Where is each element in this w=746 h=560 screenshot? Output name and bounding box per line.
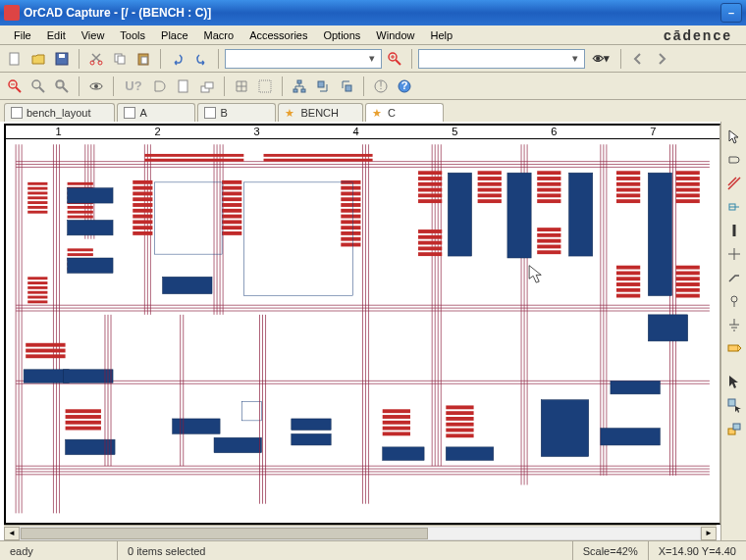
scroll-left-button[interactable]: ◄ [4,527,20,540]
find-combo[interactable]: ▾ [418,49,585,69]
binoculars-button[interactable]: 👁 ▾ [587,48,614,70]
redo-button[interactable] [190,48,212,70]
gate-icon[interactable] [149,76,171,97]
title-bar: OrCAD Capture - [/ - (BENCH : C)] – [0,0,746,25]
svg-point-16 [32,80,40,88]
menu-macro[interactable]: Macro [196,27,242,43]
svg-rect-157 [341,231,360,235]
place-bus-tool[interactable] [723,220,745,241]
svg-rect-104 [27,206,47,209]
place-junction-tool[interactable] [723,243,745,265]
refdes-button[interactable]: U? [120,76,147,97]
place-wire-tool[interactable] [723,173,745,194]
zoom-in-button[interactable] [384,48,405,70]
cut-button[interactable] [85,48,107,70]
paste-button[interactable] [133,48,154,70]
svg-rect-233 [154,182,222,254]
scroll-track[interactable] [20,527,701,540]
toolbar-zoom: U? ! ? [0,73,746,100]
horizontal-scrollbar[interactable]: ◄ ► [4,525,717,540]
place-net-tool[interactable] [723,196,745,218]
svg-rect-105 [27,211,47,214]
svg-rect-220 [383,432,410,435]
tab-a[interactable]: A [117,103,195,122]
svg-rect-245 [648,173,671,295]
place-power-tool[interactable] [723,290,745,312]
tab-b[interactable]: B [197,103,276,122]
svg-rect-147 [222,231,241,235]
eye-icon[interactable] [85,76,107,97]
menu-window[interactable]: Window [368,27,422,43]
svg-rect-199 [616,294,640,298]
open-button[interactable] [27,48,49,70]
part-search-combo[interactable]: ▾ [225,49,382,69]
area-select-tool[interactable] [723,394,745,416]
svg-rect-154 [341,215,360,219]
prev-button[interactable] [627,48,649,70]
menu-file[interactable]: File [6,27,39,43]
select-tool[interactable] [723,126,745,147]
menu-place[interactable]: Place [153,27,196,43]
svg-rect-183 [537,228,560,231]
layers-icon[interactable] [196,76,218,97]
svg-rect-217 [383,415,410,419]
svg-rect-109 [27,291,47,294]
svg-rect-202 [676,182,700,186]
place-port-tool[interactable] [723,337,745,359]
tab-bench[interactable]: ★BENCH [278,103,363,122]
svg-rect-209 [676,282,700,286]
zoom-area-button[interactable] [27,76,49,97]
svg-rect-99 [27,182,47,185]
tab-c[interactable]: ★C [365,103,444,122]
copy-button[interactable] [109,48,131,70]
scroll-right-button[interactable]: ► [701,527,717,540]
svg-rect-164 [418,193,442,197]
svg-rect-270 [728,345,738,351]
hierarchy-icon[interactable] [289,76,310,97]
misc-tool[interactable] [723,418,745,439]
toolbar-main: ▾ ▾ 👁 ▾ [0,45,746,73]
menu-edit[interactable]: Edit [39,27,74,43]
page-icon[interactable] [173,76,194,97]
grid-button[interactable] [254,76,276,97]
navigate-up-icon[interactable] [312,76,334,97]
dropdown-icon[interactable]: ▾ [365,52,380,65]
svg-rect-190 [616,182,640,186]
part-search-input[interactable] [228,53,365,65]
menu-tools[interactable]: Tools [112,27,153,43]
new-button[interactable] [4,48,26,70]
navigate-down-icon[interactable] [336,76,357,97]
svg-rect-273 [733,424,740,430]
place-bus-entry-tool[interactable] [723,267,745,288]
snap-grid-button[interactable] [231,76,252,97]
next-button[interactable] [651,48,672,70]
menu-options[interactable]: Options [315,27,368,43]
svg-rect-170 [418,252,442,256]
menu-view[interactable]: View [74,27,113,43]
menu-help[interactable]: Help [422,27,460,43]
zoom-fit-button[interactable] [51,76,73,97]
zoom-out-button[interactable] [4,76,26,97]
dropdown-icon[interactable]: ▾ [567,52,582,65]
menu-accessories[interactable]: Accessories [241,27,315,43]
svg-rect-158 [341,237,360,241]
svg-rect-174 [478,188,502,192]
brand-logo: cādence [664,27,740,43]
place-ground-tool[interactable] [723,314,745,335]
schematic-canvas[interactable]: 1 2 3 4 5 6 7 [4,124,720,525]
select-arrow-tool[interactable] [723,371,745,392]
help-button[interactable]: ? [394,76,415,97]
page-icon [124,107,135,119]
place-part-tool[interactable] [723,149,745,171]
svg-rect-97 [264,154,373,157]
save-button[interactable] [51,48,73,70]
undo-button[interactable] [167,48,188,70]
drc-icon[interactable]: ! [370,76,392,97]
svg-rect-151 [341,197,360,201]
minimize-button[interactable]: – [720,3,742,23]
scroll-thumb[interactable] [21,528,428,539]
svg-text:!: ! [379,79,382,91]
svg-rect-237 [214,437,261,452]
find-input[interactable] [421,53,567,65]
tab-bench-layout[interactable]: bench_layout [4,103,115,122]
